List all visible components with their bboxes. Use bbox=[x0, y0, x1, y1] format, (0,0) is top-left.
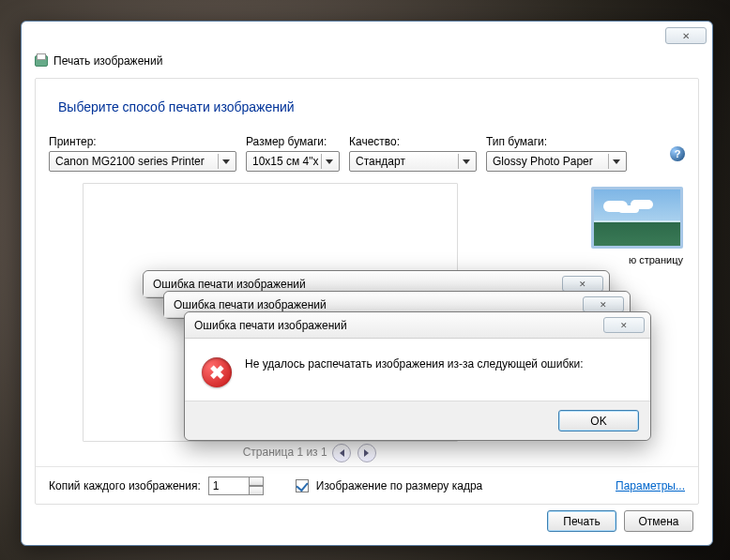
error-message: Не удалось распечатать изображения из-за… bbox=[245, 357, 584, 387]
dialog-close-button[interactable]: ✕ bbox=[562, 276, 603, 292]
prev-page-button[interactable] bbox=[332, 444, 351, 462]
copies-spinner bbox=[208, 477, 264, 495]
window-title: Печать изображений bbox=[53, 54, 162, 68]
next-page-button[interactable] bbox=[357, 444, 376, 462]
copies-decrement-button[interactable] bbox=[249, 486, 264, 495]
error-dialog: Ошибка печати изображений ✕ ✖ Не удалось… bbox=[184, 311, 651, 441]
printer-select[interactable]: Canon MG2100 series Printer bbox=[49, 151, 236, 172]
window-titlebar: ✕ bbox=[22, 22, 712, 50]
print-button[interactable]: Печать bbox=[547, 510, 616, 532]
printer-value: Canon MG2100 series Printer bbox=[55, 155, 205, 168]
window-header: Печать изображений bbox=[22, 50, 712, 78]
paper-size-value: 10x15 см 4"x bbox=[252, 155, 319, 168]
paper-type-label: Тип бумаги: bbox=[486, 135, 627, 148]
error-icon: ✖ bbox=[202, 357, 232, 387]
print-options-row: Принтер: Canon MG2100 series Printer Раз… bbox=[36, 135, 698, 172]
chevron-down-icon bbox=[458, 154, 473, 169]
error-dialog-title: Ошибка печати изображений bbox=[194, 319, 347, 332]
print-pictures-icon bbox=[33, 53, 48, 68]
printer-label: Принтер: bbox=[49, 135, 236, 148]
dialog-footer: Печать Отмена bbox=[547, 510, 693, 532]
page-navigation: Страница 1 из 1 bbox=[36, 444, 586, 462]
error-dialog-title: Ошибка печати изображений bbox=[174, 298, 327, 311]
quality-value: Стандарт bbox=[356, 155, 405, 168]
bottom-options-row: Копий каждого изображения: Изображение п… bbox=[36, 466, 698, 504]
quality-label: Качество: bbox=[349, 135, 477, 148]
error-dialog-title: Ошибка печати изображений bbox=[153, 278, 306, 291]
window-close-button[interactable]: ✕ bbox=[665, 27, 707, 44]
page-heading: Выберите способ печати изображений bbox=[36, 79, 698, 135]
paper-type-value: Glossy Photo Paper bbox=[493, 155, 593, 168]
copies-label: Копий каждого изображения: bbox=[49, 479, 201, 492]
dialog-close-button[interactable]: ✕ bbox=[583, 296, 624, 312]
copies-increment-button[interactable] bbox=[249, 477, 264, 486]
layout-option-label: ю страницу bbox=[586, 254, 689, 265]
fit-to-frame-label: Изображение по размеру кадра bbox=[316, 479, 482, 492]
chevron-down-icon bbox=[218, 154, 233, 169]
error-ok-button[interactable]: OK bbox=[558, 410, 639, 431]
layout-thumbnail[interactable] bbox=[591, 187, 683, 249]
paper-type-select[interactable]: Glossy Photo Paper bbox=[486, 151, 627, 172]
fit-to-frame-checkbox[interactable] bbox=[296, 479, 309, 492]
cancel-button[interactable]: Отмена bbox=[624, 510, 693, 532]
dialog-close-button[interactable]: ✕ bbox=[603, 317, 645, 333]
help-icon[interactable]: ? bbox=[670, 146, 685, 161]
chevron-down-icon bbox=[321, 154, 336, 169]
chevron-down-icon bbox=[608, 154, 623, 169]
quality-select[interactable]: Стандарт bbox=[349, 151, 477, 172]
paper-size-label: Размер бумаги: bbox=[246, 135, 340, 148]
copies-input[interactable] bbox=[208, 477, 250, 495]
page-indicator: Страница 1 из 1 bbox=[243, 446, 327, 459]
parameters-link[interactable]: Параметры... bbox=[616, 479, 685, 492]
paper-size-select[interactable]: 10x15 см 4"x bbox=[246, 151, 340, 172]
